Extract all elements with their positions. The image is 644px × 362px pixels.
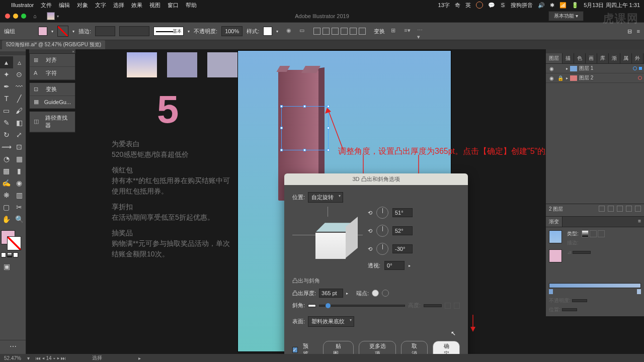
bevel-swatch[interactable]	[308, 304, 316, 307]
tab-1[interactable]: 描	[562, 53, 574, 63]
fullscreen-window-icon[interactable]	[21, 14, 26, 19]
home-icon[interactable]: ⌂	[33, 13, 37, 19]
paintbrush-tool[interactable]: 🖌	[13, 105, 26, 117]
perspective-input[interactable]: 0°	[384, 261, 405, 270]
slice-tool[interactable]: ✂	[13, 201, 26, 213]
perspective-tool[interactable]: ▦	[13, 153, 26, 165]
scale-tool[interactable]: ⤢	[13, 129, 26, 141]
gradient-stop-2[interactable]	[637, 289, 641, 294]
position-dropdown[interactable]: 自定旋转	[308, 192, 343, 203]
rot-y-dial[interactable]	[376, 225, 388, 237]
none-mode-icon[interactable]	[13, 252, 18, 257]
close-icon[interactable]: ×	[72, 49, 74, 54]
visibility-icon[interactable]: ◉	[548, 75, 555, 81]
shaper-tool[interactable]: ✎	[0, 117, 13, 129]
line-tool[interactable]: ╱	[13, 93, 26, 105]
rot-x-input[interactable]: 51°	[392, 208, 413, 217]
linear-grad-icon[interactable]	[582, 230, 589, 237]
layers-tab[interactable]: 图层	[546, 53, 562, 63]
status-ime2[interactable]: 英	[465, 2, 471, 9]
stroke-color[interactable]	[7, 236, 21, 250]
freeform-grad-icon[interactable]	[598, 230, 605, 237]
rectangle-tool[interactable]: ▭	[0, 105, 13, 117]
character-panel-tab[interactable]: A字符	[30, 67, 75, 80]
opacity-input[interactable]: 100%	[221, 26, 243, 36]
minimize-window-icon[interactable]	[13, 14, 18, 19]
document-tab[interactable]: 520海报样.ai* @ 52.47% (RGB/GPU 预览)	[2, 40, 105, 49]
menu-window[interactable]: 窗口	[168, 2, 179, 9]
curvature-tool[interactable]: 〰	[13, 80, 26, 93]
sogou-label[interactable]: 搜狗拼音	[511, 2, 533, 9]
new-sublayer-icon[interactable]	[617, 206, 623, 212]
edit-toolbar[interactable]: ⋯	[0, 340, 26, 352]
gradient-stop-1[interactable]	[549, 289, 553, 294]
rotate-tool[interactable]: ↻	[0, 129, 13, 141]
new-layer-icon[interactable]	[626, 206, 632, 212]
grad-fill-swatch[interactable]	[549, 249, 562, 262]
direct-selection-tool[interactable]: ▵	[13, 56, 26, 68]
fill-swatch[interactable]	[38, 27, 47, 36]
gradient-tool[interactable]: ▮	[13, 165, 26, 177]
transform-link[interactable]: 变换	[374, 28, 385, 35]
menu-select[interactable]: 选择	[113, 2, 124, 9]
free-transform-tool[interactable]: ⊡	[13, 141, 26, 153]
doc-swatch-icon[interactable]	[47, 12, 55, 20]
stroke-swatch[interactable]	[57, 26, 68, 37]
bevel-slider[interactable]	[319, 305, 405, 307]
rot-z-dial[interactable]	[376, 243, 388, 255]
magic-wand-tool[interactable]: ✦	[0, 68, 13, 80]
width-tool[interactable]: ⟿	[0, 141, 13, 153]
selection-bounds[interactable]	[281, 106, 329, 150]
visibility-icon[interactable]: ◉	[548, 66, 555, 71]
menu-view[interactable]: 视图	[149, 2, 160, 9]
stroke-weight-input[interactable]	[95, 26, 115, 36]
graph-tool[interactable]: ▥	[13, 189, 26, 201]
mesh-tool[interactable]: ▩	[0, 165, 13, 177]
sogou-icon[interactable]: S	[500, 2, 506, 8]
align-panel-tab[interactable]: ⊞对齐	[30, 54, 75, 67]
depth-input[interactable]: 365 pt	[319, 289, 343, 298]
artboard-nav[interactable]: ⏮ ◀ 14 ▾ ▶ ⏭	[36, 355, 66, 361]
tab-5[interactable]: 渐	[609, 53, 620, 63]
pathfinder-panel-tab[interactable]: ◫路径查找器	[30, 112, 75, 132]
app-name[interactable]: Illustrator	[11, 2, 34, 8]
zoom-level[interactable]: 52.47%	[4, 355, 21, 361]
style-swatch[interactable]	[263, 27, 272, 36]
gradient-mode-icon[interactable]	[7, 252, 12, 257]
rot-z-input[interactable]: -30°	[392, 244, 413, 253]
volume-icon[interactable]: 🔊	[538, 2, 545, 9]
selection-tool[interactable]: ▴	[0, 56, 13, 68]
gradient-slider[interactable]	[549, 283, 641, 288]
menu-help[interactable]: 帮助	[186, 2, 197, 9]
panel-toggle-icon[interactable]: ⊟	[627, 28, 632, 35]
close-window-icon[interactable]	[5, 14, 10, 19]
guide-panel-tab[interactable]: ▦GuideGu...	[30, 96, 75, 109]
tab-3[interactable]: 画	[586, 53, 597, 63]
delete-layer-icon[interactable]	[635, 206, 641, 212]
zoom-tool[interactable]: 🔍	[13, 213, 26, 225]
workspace-dropdown[interactable]: 基本功能 ▾	[548, 11, 584, 21]
bevel-in-icon[interactable]	[445, 303, 451, 309]
menu-type[interactable]: 文字	[95, 2, 106, 9]
radial-grad-icon[interactable]	[590, 230, 597, 237]
rotation-preview[interactable]	[292, 207, 363, 272]
clock[interactable]: 5月13日 周四上午 1:31	[584, 2, 640, 9]
brush-def[interactable]: 基本	[153, 27, 184, 36]
gradient-swatch[interactable]	[549, 230, 562, 243]
bevel-out-icon[interactable]	[454, 303, 460, 309]
record-icon[interactable]	[476, 2, 483, 9]
surface-dropdown[interactable]: 塑料效果底纹	[308, 316, 354, 327]
color-mode-icon[interactable]	[1, 252, 6, 257]
arrange-icon[interactable]: ≡▾	[404, 27, 412, 35]
isolate-icon[interactable]: ⊞	[391, 27, 399, 35]
hand-tool[interactable]: ✋	[0, 213, 13, 225]
more-icon[interactable]: ⋯▾	[417, 27, 425, 35]
cap-on-icon[interactable]	[372, 290, 379, 297]
tab-4[interactable]: 库	[597, 53, 609, 63]
align-icon[interactable]: ▭	[299, 27, 307, 35]
lock-icon[interactable]: 🔒	[557, 75, 564, 81]
align-buttons[interactable]	[313, 28, 366, 35]
stroke-profile[interactable]	[119, 26, 149, 36]
tab-6[interactable]: 属	[620, 53, 632, 63]
floating-panel[interactable]: × ⊞对齐 A字符 ⊡变换 ▦GuideGu... ◫路径查找器	[29, 49, 75, 133]
